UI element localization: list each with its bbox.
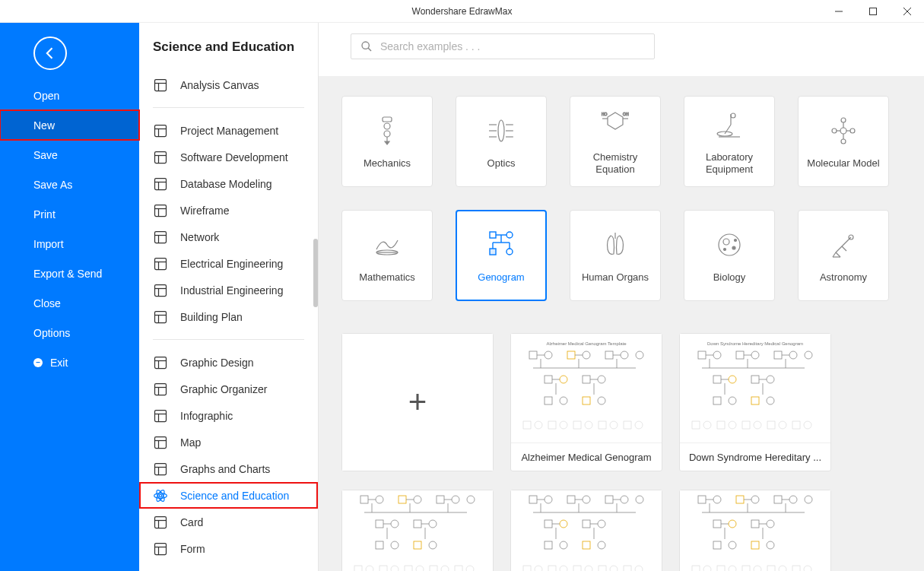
menu-item-label: New [33, 119, 55, 132]
file-menu-item-close[interactable]: Close [0, 288, 139, 318]
file-menu-item-print[interactable]: Print [0, 199, 139, 229]
category-label: Infographic [180, 410, 233, 422]
category-item-industrial-engineering[interactable]: Industrial Engineering [139, 277, 318, 303]
svg-point-295 [804, 566, 811, 571]
file-menu-item-open[interactable]: Open [0, 81, 139, 110]
svg-rect-128 [583, 376, 590, 383]
file-menu-item-save-as[interactable]: Save As [0, 170, 139, 199]
svg-rect-134 [545, 397, 552, 404]
svg-point-258 [635, 566, 643, 571]
file-menu-sidebar: OpenNewSaveSave AsPrintImportExport & Se… [0, 23, 139, 571]
template-tile-mathematics[interactable]: Mathematics [341, 210, 433, 301]
template-tile-mechanics[interactable]: Mechanics [341, 96, 433, 187]
category-item-form[interactable]: Form [139, 535, 318, 562]
category-item-graphic-organizer[interactable]: Graphic Organizer [139, 376, 318, 402]
svg-point-154 [789, 351, 797, 359]
svg-point-91 [506, 232, 513, 238]
svg-rect-208 [376, 541, 383, 549]
svg-point-117 [621, 351, 628, 359]
menu-item-label: Open [33, 90, 59, 102]
svg-rect-284 [751, 541, 759, 549]
file-menu-item-export-send[interactable]: Export & Send [0, 259, 139, 288]
svg-point-250 [535, 566, 542, 571]
genogram-icon [484, 227, 519, 262]
template-tile-laboratory-equipment[interactable]: Laboratory Equipment [684, 96, 775, 187]
svg-rect-276 [751, 520, 759, 528]
svg-rect-28 [155, 311, 167, 322]
svg-rect-43 [155, 463, 167, 474]
svg-line-105 [836, 237, 851, 252]
svg-rect-138 [523, 421, 531, 429]
search-box[interactable] [351, 33, 655, 59]
category-item-database-modeling[interactable]: Database Modeling [139, 170, 318, 197]
category-item-graphs-and-charts[interactable]: Graphs and Charts [139, 455, 318, 482]
category-label: Building Plan [180, 311, 243, 323]
scrollbar-thumb[interactable] [313, 239, 318, 307]
search-input[interactable] [380, 40, 645, 52]
svg-point-78 [731, 113, 735, 118]
template-card[interactable]: Emotional Relationship Genogram [341, 490, 494, 571]
category-icon [153, 256, 168, 271]
svg-point-180 [754, 421, 761, 429]
svg-point-261 [713, 496, 721, 503]
template-card[interactable]: Down Syndrome Hereditary Medical Genogra… [679, 333, 831, 471]
svg-rect-31 [155, 357, 167, 368]
category-item-map[interactable]: Map [139, 429, 318, 455]
svg-point-266 [805, 496, 812, 503]
maximize-button[interactable] [856, 0, 890, 23]
svg-point-145 [610, 421, 618, 429]
template-tile-human-organs[interactable]: Human Organs [570, 210, 661, 301]
category-item-science-and-education[interactable]: Science and Education [139, 482, 318, 509]
template-tile-molecular-model[interactable]: Molecular Model [798, 96, 889, 187]
svg-rect-90 [490, 232, 496, 238]
close-button[interactable] [890, 0, 924, 23]
minimize-button[interactable] [821, 0, 856, 23]
category-label: Database Modeling [180, 178, 272, 190]
file-menu-item-options[interactable]: Options [0, 318, 139, 347]
file-menu-item-exit[interactable]: Exit [0, 347, 139, 377]
category-item-infographic[interactable]: Infographic [139, 402, 318, 429]
category-item-card[interactable]: Card [139, 509, 318, 535]
svg-rect-114 [567, 351, 575, 359]
category-item-graphic-design[interactable]: Graphic Design [139, 349, 318, 376]
category-item-project-management[interactable]: Project Management [139, 117, 318, 144]
file-menu-item-new[interactable]: New [0, 110, 139, 140]
category-item-software-development[interactable]: Software Development [139, 144, 318, 170]
file-menu-item-import[interactable]: Import [0, 229, 139, 259]
template-card-new[interactable]: + [341, 333, 494, 471]
category-item-network[interactable]: Network [139, 224, 318, 250]
category-icon [153, 382, 168, 397]
svg-rect-239 [583, 520, 590, 528]
content-area: MechanicsOpticsHOOHChemistry EquationLab… [319, 23, 924, 571]
template-tile-biology[interactable]: Biology [684, 210, 775, 301]
organs-icon [598, 227, 633, 262]
svg-rect-210 [414, 541, 421, 549]
svg-point-182 [779, 421, 786, 429]
category-item-building-plan[interactable]: Building Plan [139, 303, 318, 330]
template-tile-optics[interactable]: Optics [456, 96, 547, 187]
template-card[interactable]: Family Relationships Genogram Template [679, 490, 831, 571]
category-sidebar: Science and Education Analysis Canvas Pr… [139, 23, 319, 571]
svg-rect-16 [155, 205, 167, 216]
back-button[interactable] [33, 36, 67, 70]
template-tile-genogram[interactable]: Genogram [456, 210, 547, 301]
template-tile-astronomy[interactable]: Astronomy [798, 210, 889, 301]
svg-rect-225 [567, 496, 575, 503]
category-item-electrical-engineering[interactable]: Electrical Engineering [139, 250, 318, 277]
template-card[interactable]: Family Relationships Genogram with Age [510, 490, 662, 571]
svg-point-201 [391, 520, 398, 528]
svg-rect-116 [605, 351, 613, 359]
svg-rect-202 [414, 520, 421, 528]
lab-icon [712, 107, 747, 142]
svg-rect-97 [490, 249, 496, 255]
svg-rect-179 [742, 421, 750, 429]
category-item-analysis-canvas[interactable]: Analysis Canvas [139, 71, 318, 98]
template-card[interactable]: Alzheimer Medical Genogram Template Alzh… [510, 333, 662, 471]
svg-point-219 [441, 566, 449, 571]
category-item-wireframe[interactable]: Wireframe [139, 197, 318, 224]
tile-label: Laboratory Equipment [684, 151, 774, 175]
svg-rect-136 [583, 397, 590, 404]
template-tile-chemistry-equation[interactable]: HOOHChemistry Equation [570, 96, 661, 187]
svg-point-285 [767, 541, 774, 549]
file-menu-item-save[interactable]: Save [0, 140, 139, 170]
